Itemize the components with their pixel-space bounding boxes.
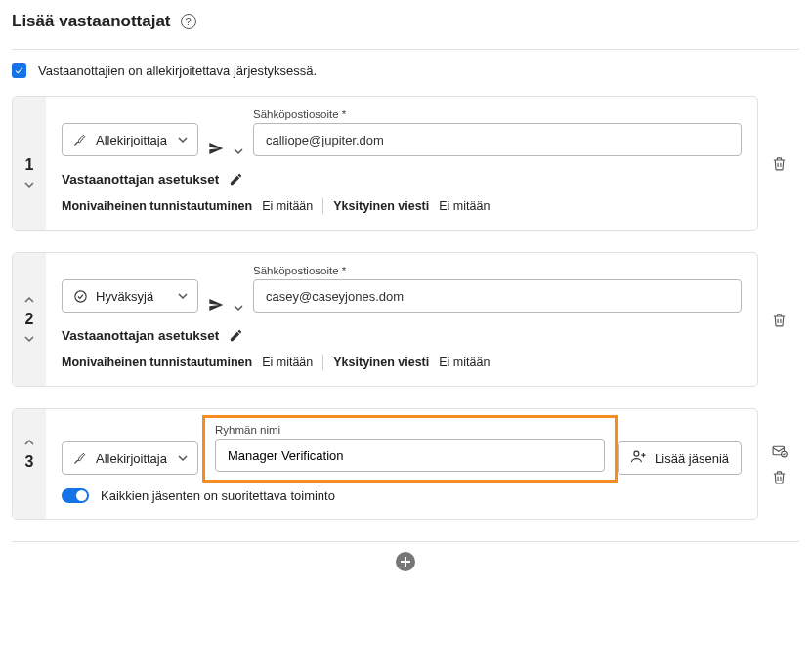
chevron-down-icon bbox=[178, 289, 188, 304]
role-select[interactable]: Allekirjoittaja bbox=[62, 441, 198, 475]
chevron-down-icon[interactable] bbox=[22, 178, 36, 191]
add-members-button[interactable]: Lisää jäseniä bbox=[618, 441, 742, 475]
drag-handle[interactable]: 3 bbox=[13, 409, 46, 519]
mfa-label: Monivaiheinen tunnistautuminen bbox=[62, 199, 252, 213]
recipient-settings-label: Vastaanottajan asetukset bbox=[62, 172, 219, 187]
all-members-label: Kaikkien jäsenten on suoritettava toimin… bbox=[101, 488, 335, 503]
group-name-label: Ryhmän nimi bbox=[215, 424, 605, 436]
role-select[interactable]: Allekirjoittaja bbox=[62, 123, 198, 156]
private-msg-value: Ei mitään bbox=[439, 199, 490, 213]
mfa-value: Ei mitään bbox=[262, 356, 313, 369]
chevron-up-icon[interactable] bbox=[22, 436, 36, 449]
check-circle-icon bbox=[72, 288, 88, 304]
send-menu-chevron[interactable] bbox=[234, 147, 243, 156]
chevron-down-icon bbox=[178, 133, 188, 147]
private-msg-label: Yksityinen viesti bbox=[333, 199, 429, 213]
add-members-label: Lisää jäseniä bbox=[655, 451, 729, 466]
delete-button[interactable] bbox=[771, 155, 788, 172]
private-message-icon[interactable] bbox=[771, 442, 788, 459]
send-menu-chevron[interactable] bbox=[234, 303, 243, 313]
email-label: Sähköpostiosoite * bbox=[253, 265, 742, 276]
sign-in-order-checkbox[interactable] bbox=[12, 63, 26, 78]
drag-handle[interactable]: 1 bbox=[13, 97, 46, 230]
role-label: Hyväksyjä bbox=[96, 289, 170, 304]
recipient-index: 1 bbox=[25, 156, 34, 174]
svg-point-1 bbox=[634, 451, 639, 456]
recipient-index: 2 bbox=[25, 311, 34, 328]
delete-button[interactable] bbox=[771, 469, 788, 485]
chevron-down-icon bbox=[178, 451, 188, 466]
edit-icon[interactable] bbox=[229, 328, 243, 343]
role-label: Allekirjoittaja bbox=[96, 133, 170, 147]
page-title: Lisää vastaanottajat ? bbox=[12, 12, 799, 31]
role-select[interactable]: Hyväksyjä bbox=[62, 279, 198, 313]
edit-icon[interactable] bbox=[229, 172, 243, 187]
delete-button[interactable] bbox=[771, 312, 788, 328]
drag-handle[interactable]: 2 bbox=[13, 253, 46, 386]
email-label: Sähköpostiosoite * bbox=[253, 108, 742, 120]
email-input[interactable] bbox=[253, 123, 742, 156]
page-title-text: Lisää vastaanottajat bbox=[12, 12, 171, 31]
help-icon[interactable]: ? bbox=[181, 14, 196, 29]
mfa-value: Ei mitään bbox=[262, 199, 313, 213]
pen-icon bbox=[72, 132, 88, 147]
svg-point-0 bbox=[74, 290, 85, 301]
send-icon[interactable] bbox=[208, 141, 224, 156]
mfa-label: Monivaiheinen tunnistautuminen bbox=[62, 356, 252, 369]
private-msg-label: Yksityinen viesti bbox=[333, 356, 429, 369]
add-recipient-button[interactable] bbox=[396, 552, 415, 571]
pen-icon bbox=[72, 450, 88, 466]
all-members-toggle[interactable] bbox=[62, 488, 89, 503]
group-name-highlight: Ryhmän nimi bbox=[202, 415, 618, 483]
recipient-index: 3 bbox=[25, 453, 34, 471]
role-label: Allekirjoittaja bbox=[96, 451, 170, 466]
chevron-up-icon[interactable] bbox=[22, 293, 36, 307]
recipient-settings-label: Vastaanottajan asetukset bbox=[62, 328, 219, 343]
group-add-icon bbox=[630, 448, 647, 468]
send-icon[interactable] bbox=[208, 297, 224, 313]
group-name-input[interactable] bbox=[215, 439, 605, 472]
sign-in-order-label: Vastaanottajien on allekirjoitettava jär… bbox=[38, 63, 317, 78]
email-input[interactable] bbox=[253, 279, 742, 313]
private-msg-value: Ei mitään bbox=[439, 356, 490, 369]
chevron-down-icon[interactable] bbox=[22, 332, 36, 346]
